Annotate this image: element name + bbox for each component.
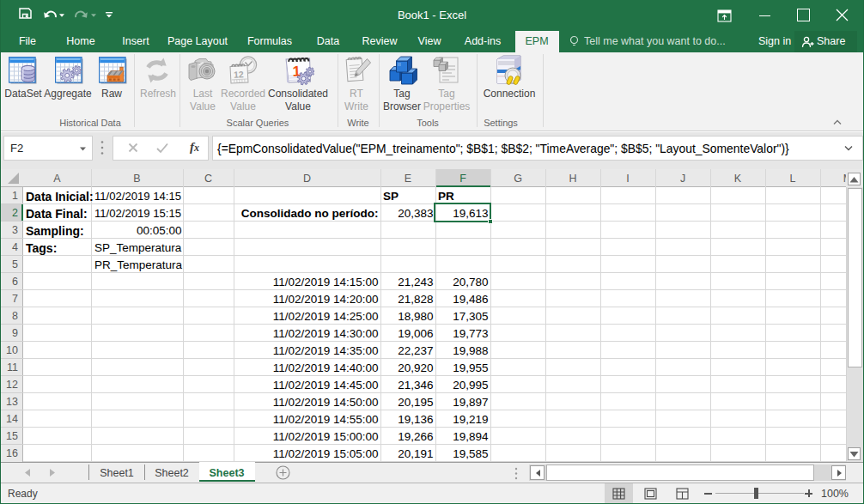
svg-text:12: 12 (234, 69, 244, 80)
